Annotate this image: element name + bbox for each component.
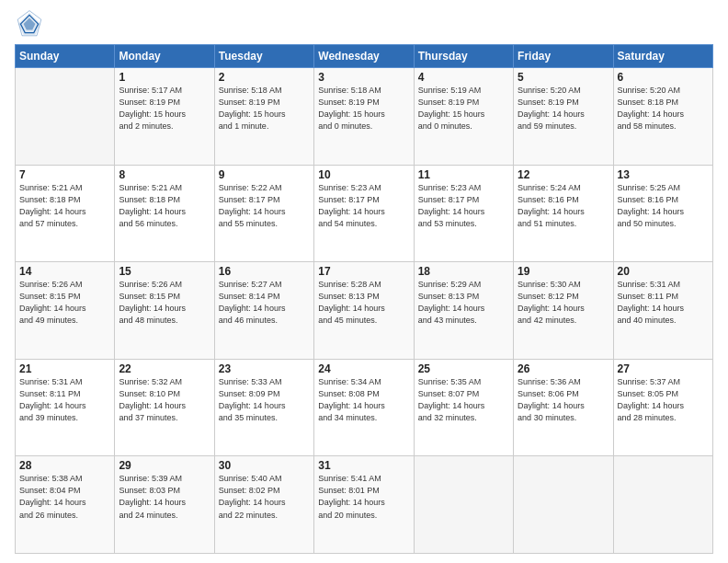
day-info: Sunrise: 5:21 AM Sunset: 8:18 PM Dayligh…	[119, 182, 210, 230]
day-cell: 21Sunrise: 5:31 AM Sunset: 8:11 PM Dayli…	[16, 359, 115, 456]
day-cell: 7Sunrise: 5:21 AM Sunset: 8:18 PM Daylig…	[16, 165, 115, 262]
day-cell: 11Sunrise: 5:23 AM Sunset: 8:17 PM Dayli…	[414, 165, 513, 262]
day-number: 21	[19, 362, 110, 375]
week-row-2: 7Sunrise: 5:21 AM Sunset: 8:18 PM Daylig…	[16, 165, 713, 262]
weekday-header-thursday: Thursday	[414, 45, 513, 68]
day-info: Sunrise: 5:23 AM Sunset: 8:17 PM Dayligh…	[418, 182, 509, 230]
day-info: Sunrise: 5:25 AM Sunset: 8:16 PM Dayligh…	[618, 182, 709, 230]
day-cell: 8Sunrise: 5:21 AM Sunset: 8:18 PM Daylig…	[115, 165, 214, 262]
day-info: Sunrise: 5:37 AM Sunset: 8:05 PM Dayligh…	[618, 376, 709, 424]
day-number: 22	[119, 362, 210, 375]
day-info: Sunrise: 5:22 AM Sunset: 8:17 PM Dayligh…	[219, 182, 310, 230]
day-cell: 20Sunrise: 5:31 AM Sunset: 8:11 PM Dayli…	[613, 262, 712, 360]
day-info: Sunrise: 5:26 AM Sunset: 8:15 PM Dayligh…	[19, 279, 110, 327]
day-cell: 17Sunrise: 5:28 AM Sunset: 8:13 PM Dayli…	[314, 262, 414, 360]
day-info: Sunrise: 5:30 AM Sunset: 8:12 PM Dayligh…	[518, 279, 609, 327]
day-number: 27	[618, 362, 709, 375]
day-number: 23	[219, 362, 310, 375]
weekday-header-monday: Monday	[115, 45, 214, 68]
day-info: Sunrise: 5:33 AM Sunset: 8:09 PM Dayligh…	[219, 376, 310, 424]
day-cell	[613, 456, 712, 554]
day-info: Sunrise: 5:40 AM Sunset: 8:02 PM Dayligh…	[219, 473, 310, 521]
day-number: 10	[318, 168, 409, 181]
day-info: Sunrise: 5:41 AM Sunset: 8:01 PM Dayligh…	[318, 473, 409, 521]
day-number: 13	[618, 168, 709, 181]
day-cell: 26Sunrise: 5:36 AM Sunset: 8:06 PM Dayli…	[514, 359, 613, 456]
day-number: 7	[19, 168, 110, 181]
day-cell: 4Sunrise: 5:19 AM Sunset: 8:19 PM Daylig…	[414, 68, 513, 166]
day-info: Sunrise: 5:24 AM Sunset: 8:16 PM Dayligh…	[518, 182, 609, 230]
day-cell: 27Sunrise: 5:37 AM Sunset: 8:05 PM Dayli…	[613, 359, 712, 456]
day-info: Sunrise: 5:18 AM Sunset: 8:19 PM Dayligh…	[318, 85, 409, 132]
day-info: Sunrise: 5:32 AM Sunset: 8:10 PM Dayligh…	[119, 376, 210, 424]
day-number: 16	[219, 265, 310, 278]
day-number: 17	[318, 265, 409, 278]
day-cell: 5Sunrise: 5:20 AM Sunset: 8:19 PM Daylig…	[514, 68, 613, 166]
weekday-header-sunday: Sunday	[16, 45, 115, 68]
day-info: Sunrise: 5:19 AM Sunset: 8:19 PM Dayligh…	[418, 85, 509, 132]
day-number: 25	[418, 362, 509, 375]
day-info: Sunrise: 5:29 AM Sunset: 8:13 PM Dayligh…	[418, 279, 509, 327]
day-cell: 30Sunrise: 5:40 AM Sunset: 8:02 PM Dayli…	[214, 456, 313, 554]
day-info: Sunrise: 5:31 AM Sunset: 8:11 PM Dayligh…	[19, 376, 110, 424]
day-number: 14	[19, 265, 110, 278]
weekday-header-friday: Friday	[514, 45, 613, 68]
day-number: 1	[119, 71, 210, 84]
day-cell: 6Sunrise: 5:20 AM Sunset: 8:18 PM Daylig…	[613, 68, 712, 166]
day-cell: 29Sunrise: 5:39 AM Sunset: 8:03 PM Dayli…	[115, 456, 214, 554]
day-info: Sunrise: 5:21 AM Sunset: 8:18 PM Dayligh…	[19, 182, 110, 230]
day-number: 11	[418, 168, 509, 181]
day-info: Sunrise: 5:23 AM Sunset: 8:17 PM Dayligh…	[318, 182, 409, 230]
day-cell: 15Sunrise: 5:26 AM Sunset: 8:15 PM Dayli…	[115, 262, 214, 360]
day-cell: 25Sunrise: 5:35 AM Sunset: 8:07 PM Dayli…	[414, 359, 513, 456]
day-info: Sunrise: 5:35 AM Sunset: 8:07 PM Dayligh…	[418, 376, 509, 424]
day-info: Sunrise: 5:26 AM Sunset: 8:15 PM Dayligh…	[119, 279, 210, 327]
day-cell: 19Sunrise: 5:30 AM Sunset: 8:12 PM Dayli…	[514, 262, 613, 360]
day-info: Sunrise: 5:31 AM Sunset: 8:11 PM Dayligh…	[618, 279, 709, 327]
day-cell: 10Sunrise: 5:23 AM Sunset: 8:17 PM Dayli…	[314, 165, 414, 262]
day-number: 29	[119, 459, 210, 472]
day-cell: 13Sunrise: 5:25 AM Sunset: 8:16 PM Dayli…	[613, 165, 712, 262]
day-cell: 22Sunrise: 5:32 AM Sunset: 8:10 PM Dayli…	[115, 359, 214, 456]
day-cell: 9Sunrise: 5:22 AM Sunset: 8:17 PM Daylig…	[214, 165, 313, 262]
day-number: 20	[618, 265, 709, 278]
day-number: 8	[119, 168, 210, 181]
day-number: 5	[518, 71, 609, 84]
day-number: 2	[219, 71, 310, 84]
weekday-header-saturday: Saturday	[613, 45, 712, 68]
logo-icon	[15, 9, 44, 39]
day-cell: 28Sunrise: 5:38 AM Sunset: 8:04 PM Dayli…	[16, 456, 115, 554]
page: SundayMondayTuesdayWednesdayThursdayFrid…	[0, 0, 728, 563]
day-number: 30	[219, 459, 310, 472]
day-number: 3	[318, 71, 409, 84]
day-number: 12	[518, 168, 609, 181]
day-number: 15	[119, 265, 210, 278]
week-row-3: 14Sunrise: 5:26 AM Sunset: 8:15 PM Dayli…	[16, 262, 713, 360]
day-cell: 1Sunrise: 5:17 AM Sunset: 8:19 PM Daylig…	[115, 68, 214, 166]
day-info: Sunrise: 5:27 AM Sunset: 8:14 PM Dayligh…	[219, 279, 310, 327]
day-cell: 3Sunrise: 5:18 AM Sunset: 8:19 PM Daylig…	[314, 68, 414, 166]
calendar-table: SundayMondayTuesdayWednesdayThursdayFrid…	[15, 44, 713, 554]
day-cell: 2Sunrise: 5:18 AM Sunset: 8:19 PM Daylig…	[214, 68, 313, 166]
week-row-5: 28Sunrise: 5:38 AM Sunset: 8:04 PM Dayli…	[16, 456, 713, 554]
day-cell: 14Sunrise: 5:26 AM Sunset: 8:15 PM Dayli…	[16, 262, 115, 360]
day-number: 4	[418, 71, 509, 84]
logo	[15, 9, 48, 39]
day-info: Sunrise: 5:38 AM Sunset: 8:04 PM Dayligh…	[19, 473, 110, 521]
day-info: Sunrise: 5:17 AM Sunset: 8:19 PM Dayligh…	[119, 85, 210, 132]
day-number: 19	[518, 265, 609, 278]
day-number: 31	[318, 459, 409, 472]
day-number: 24	[318, 362, 409, 375]
day-cell	[514, 456, 613, 554]
day-number: 9	[219, 168, 310, 181]
day-cell: 23Sunrise: 5:33 AM Sunset: 8:09 PM Dayli…	[214, 359, 313, 456]
day-cell: 18Sunrise: 5:29 AM Sunset: 8:13 PM Dayli…	[414, 262, 513, 360]
day-info: Sunrise: 5:18 AM Sunset: 8:19 PM Dayligh…	[219, 85, 310, 132]
day-info: Sunrise: 5:39 AM Sunset: 8:03 PM Dayligh…	[119, 473, 210, 521]
day-info: Sunrise: 5:20 AM Sunset: 8:18 PM Dayligh…	[618, 85, 709, 132]
day-number: 18	[418, 265, 509, 278]
day-number: 28	[19, 459, 110, 472]
day-number: 6	[618, 71, 709, 84]
header	[15, 9, 713, 39]
weekday-header-row: SundayMondayTuesdayWednesdayThursdayFrid…	[16, 45, 713, 68]
